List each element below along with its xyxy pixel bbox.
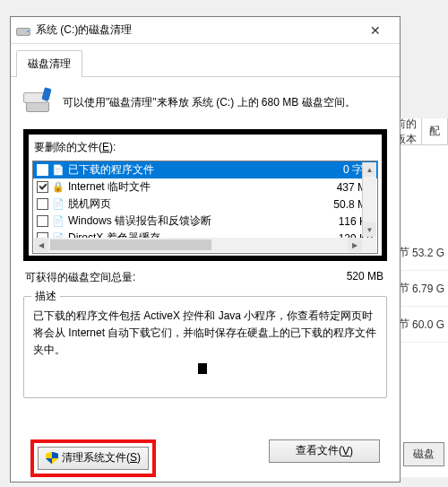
description-group: 描述 已下载的程序文件包括 ActiveX 控件和 Java 小程序，你查看特定… <box>23 296 387 398</box>
scroll-corner <box>362 238 376 252</box>
description-legend: 描述 <box>31 289 60 304</box>
bg-val-0: 53.2 G <box>412 247 444 259</box>
file-checkbox[interactable] <box>37 181 48 193</box>
drive-icon <box>16 23 30 38</box>
view-files-button[interactable]: 查看文件(V) <box>269 439 380 463</box>
vertical-scrollbar[interactable]: ▲▼ <box>362 162 376 237</box>
file-checkbox[interactable] <box>37 198 48 210</box>
file-name: Internet 临时文件 <box>68 179 297 195</box>
cleanup-system-files-button[interactable]: 清理系统文件(S) <box>38 447 149 470</box>
file-icon: 📄 <box>52 164 65 177</box>
bg-val-2: 60.0 G <box>412 318 444 331</box>
file-icon: 🔒 <box>52 181 65 194</box>
bg-disk-button[interactable]: 磁盘 <box>403 442 444 466</box>
file-name: Windows 错误报告和反馈诊断 <box>68 213 297 229</box>
highlight-red: 清理系统文件(S) <box>30 439 156 477</box>
file-icon: 📄 <box>52 198 65 211</box>
close-button[interactable]: ✕ <box>357 18 394 43</box>
cleanup-icon <box>23 88 52 117</box>
total-label: 可获得的磁盘空间总量: <box>25 270 135 285</box>
titlebar[interactable]: 系统 (C:)的磁盘清理 ✕ <box>11 17 400 44</box>
disk-cleanup-dialog: 系统 (C:)的磁盘清理 ✕ 磁盘清理 可以使用"磁盘清理"来释放 系统 (C:… <box>10 16 401 483</box>
header-text: 可以使用"磁盘清理"来释放 系统 (C:) 上的 680 MB 磁盘空间。 <box>63 95 356 110</box>
file-checkbox[interactable] <box>37 164 48 176</box>
annotation-mark <box>198 363 207 374</box>
shield-icon <box>46 452 58 465</box>
horizontal-scrollbar[interactable]: ◀▶ <box>34 238 362 252</box>
files-to-delete-label: 要删除的文件(E): <box>32 136 378 161</box>
file-row[interactable]: 📄已下载的程序文件0 字节 <box>33 161 377 178</box>
background-panel: 前的版本 配 节53.2 G 节6.79 G 节60.0 G 磁盘 <box>394 118 448 477</box>
file-name: 已下载的程序文件 <box>68 162 297 178</box>
total-value: 520 MB <box>347 270 383 285</box>
tab-strip: 磁盘清理 <box>11 44 400 77</box>
bg-tab-customize[interactable]: 配 <box>422 118 449 144</box>
bg-val-1: 6.79 G <box>412 283 444 295</box>
tab-disk-cleanup[interactable]: 磁盘清理 <box>16 50 82 77</box>
file-row[interactable]: 📄脱机网页50.8 MB <box>33 196 377 213</box>
file-row[interactable]: 🔒Internet 临时文件437 MB <box>33 178 377 196</box>
file-icon: 📄 <box>52 215 65 228</box>
file-name: 脱机网页 <box>68 196 297 212</box>
description-text: 已下载的程序文件包括 ActiveX 控件和 Java 小程序，你查看特定网页时… <box>33 308 377 360</box>
window-title: 系统 (C:)的磁盘清理 <box>36 22 357 38</box>
file-row[interactable]: 📄Windows 错误报告和反馈诊断116 KB <box>33 213 377 230</box>
file-checkbox[interactable] <box>37 215 48 227</box>
highlight-black: 要删除的文件(E): 📄已下载的程序文件0 字节🔒Internet 临时文件43… <box>23 129 387 261</box>
file-list[interactable]: 📄已下载的程序文件0 字节🔒Internet 临时文件437 MB📄脱机网页50… <box>32 161 378 254</box>
